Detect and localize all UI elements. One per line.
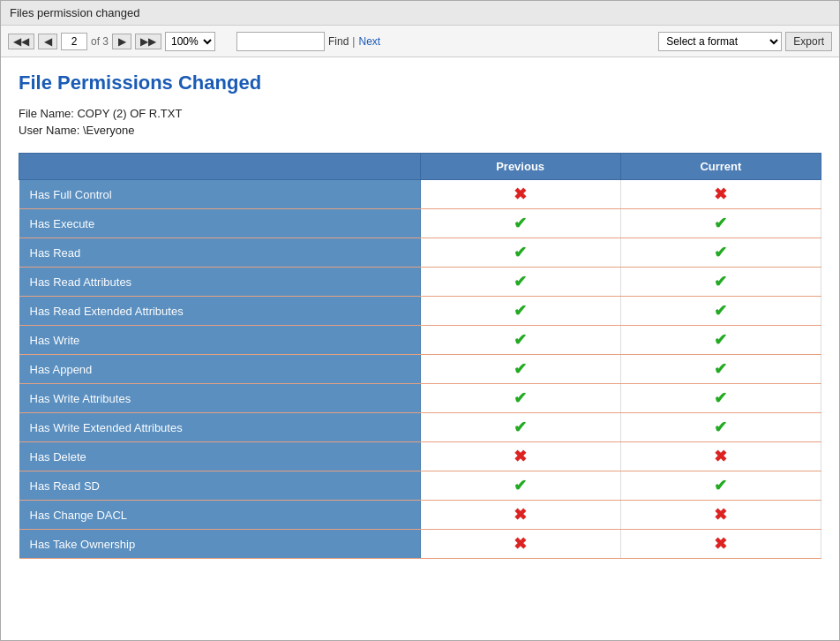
current-value: ✖ — [620, 530, 821, 559]
prev-page-button[interactable]: ◀ — [38, 34, 57, 49]
permission-label: Has Change DACL — [19, 501, 421, 530]
table-row: Has Full Control✖✖ — [19, 180, 821, 209]
permission-label: Has Write Attributes — [19, 384, 421, 413]
current-value: ✔ — [620, 209, 821, 238]
cross-icon: ✖ — [514, 447, 527, 466]
col-header-current: Current — [620, 154, 821, 180]
previous-value: ✔ — [420, 268, 620, 297]
zoom-select[interactable]: 100% 50% 75% 125% 150% 200% — [165, 32, 215, 51]
table-row: Has Append✔✔ — [19, 355, 821, 384]
previous-value: ✖ — [420, 501, 620, 530]
check-icon: ✔ — [714, 359, 727, 379]
file-name-label: File Name: — [19, 107, 74, 120]
table-row: Has Read Extended Attributes✔✔ — [19, 297, 821, 326]
check-icon: ✔ — [514, 388, 527, 408]
check-icon: ✔ — [714, 388, 727, 408]
last-page-button[interactable]: ▶▶ — [135, 34, 161, 49]
first-page-button[interactable]: ◀◀ — [8, 34, 34, 49]
file-name-value: COPY (2) OF R.TXT — [77, 107, 182, 120]
check-icon: ✔ — [514, 301, 527, 320]
current-value: ✔ — [620, 471, 821, 501]
current-value: ✔ — [620, 384, 821, 413]
permission-label: Has Take Ownership — [19, 530, 421, 559]
find-input[interactable] — [236, 32, 325, 51]
current-value: ✖ — [620, 501, 821, 530]
cross-icon: ✖ — [714, 534, 727, 554]
permission-label: Has Read Extended Attributes — [19, 297, 421, 326]
title-bar: Files permission changed — [1, 1, 839, 26]
previous-value: ✔ — [420, 297, 620, 326]
cross-icon: ✖ — [714, 447, 727, 466]
check-icon: ✔ — [714, 330, 727, 350]
user-name-value: \Everyone — [83, 124, 135, 137]
check-icon: ✔ — [514, 214, 527, 233]
previous-value: ✔ — [420, 326, 620, 355]
check-icon: ✔ — [714, 243, 727, 262]
previous-value: ✔ — [420, 209, 620, 238]
cross-icon: ✖ — [714, 185, 727, 204]
check-icon: ✔ — [714, 214, 727, 233]
table-row: Has Delete✖✖ — [19, 442, 821, 471]
user-name-label: User Name: — [19, 124, 79, 137]
current-value: ✔ — [620, 355, 821, 384]
col-header-label — [19, 154, 421, 180]
next-page-button[interactable]: ▶ — [112, 34, 131, 49]
current-value: ✔ — [620, 297, 821, 326]
previous-value: ✖ — [420, 180, 620, 209]
previous-value: ✔ — [420, 471, 620, 501]
previous-value: ✖ — [420, 530, 620, 559]
table-row: Has Read Attributes✔✔ — [19, 268, 821, 297]
find-separator: | — [352, 35, 355, 48]
check-icon: ✔ — [714, 476, 727, 495]
table-row: Has Write Extended Attributes✔✔ — [19, 413, 821, 442]
export-button[interactable]: Export — [785, 32, 832, 51]
current-value: ✔ — [620, 326, 821, 355]
table-row: Has Write✔✔ — [19, 326, 821, 355]
cross-icon: ✖ — [514, 534, 527, 554]
check-icon: ✔ — [714, 418, 727, 437]
file-name-line: File Name: COPY (2) OF R.TXT — [19, 107, 821, 120]
format-select[interactable]: Select a format PDF Excel Word CSV — [658, 32, 782, 51]
cross-icon: ✖ — [514, 505, 527, 524]
permission-label: Has Read — [19, 238, 421, 268]
previous-value: ✔ — [420, 355, 620, 384]
page-total-label: of 3 — [91, 35, 109, 48]
toolbar: ◀◀ ◀ of 3 ▶ ▶▶ 100% 50% 75% 125% 150% 20… — [1, 26, 839, 57]
main-window: Files permission changed ◀◀ ◀ of 3 ▶ ▶▶ … — [0, 0, 840, 641]
check-icon: ✔ — [714, 272, 727, 291]
table-row: Has Read✔✔ — [19, 238, 821, 268]
permission-label: Has Append — [19, 355, 421, 384]
page-number-input[interactable] — [61, 33, 87, 50]
permissions-table: Previous Current Has Full Control✖✖Has E… — [19, 153, 821, 559]
check-icon: ✔ — [514, 272, 527, 291]
permission-label: Has Full Control — [19, 180, 421, 209]
cross-icon: ✖ — [514, 185, 527, 204]
current-value: ✖ — [620, 442, 821, 471]
previous-value: ✔ — [420, 413, 620, 442]
check-icon: ✔ — [714, 301, 727, 320]
current-value: ✔ — [620, 238, 821, 268]
table-row: Has Execute✔✔ — [19, 209, 821, 238]
report-title: File Permissions Changed — [19, 72, 821, 94]
previous-value: ✖ — [420, 442, 620, 471]
table-row: Has Take Ownership✖✖ — [19, 530, 821, 559]
table-row: Has Change DACL✖✖ — [19, 501, 821, 530]
check-icon: ✔ — [514, 476, 527, 495]
cross-icon: ✖ — [714, 505, 727, 524]
previous-value: ✔ — [420, 238, 620, 268]
current-value: ✔ — [620, 268, 821, 297]
table-row: Has Read SD✔✔ — [19, 471, 821, 501]
permission-label: Has Delete — [19, 442, 421, 471]
current-value: ✖ — [620, 180, 821, 209]
permission-label: Has Read Attributes — [19, 268, 421, 297]
find-label: Find — [328, 35, 349, 48]
permissions-table-wrapper: Previous Current Has Full Control✖✖Has E… — [19, 153, 821, 559]
current-value: ✔ — [620, 413, 821, 442]
col-header-previous: Previous — [420, 154, 620, 180]
check-icon: ✔ — [514, 330, 527, 350]
window-title: Files permission changed — [10, 6, 139, 19]
report-content: File Permissions Changed File Name: COPY… — [1, 57, 839, 573]
previous-value: ✔ — [420, 384, 620, 413]
check-icon: ✔ — [514, 243, 527, 262]
next-find-button[interactable]: Next — [358, 35, 380, 48]
